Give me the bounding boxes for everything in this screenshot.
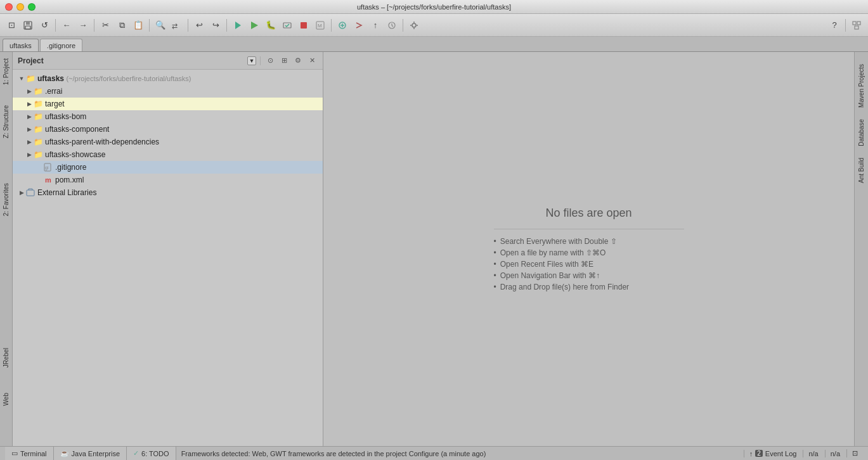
todo-icon: ✓ — [133, 449, 139, 457]
status-na-1: n/a — [803, 450, 823, 457]
toolbar-run[interactable] — [247, 18, 262, 33]
status-tab-todo[interactable]: ✓ 6: TODO — [127, 447, 176, 460]
toolbar-coverage[interactable] — [280, 18, 295, 33]
toolbar-settings[interactable] — [406, 18, 422, 33]
toolbar-cut[interactable]: ✂ — [98, 18, 113, 33]
file-tree: ▼ 📁 uftasks (~/projects/forks/uberfire-t… — [13, 70, 323, 446]
tree-item-pomxml[interactable]: ▶ m pom.xml — [13, 174, 323, 186]
status-tab-terminal[interactable]: ▭ Terminal — [5, 447, 54, 460]
tree-root[interactable]: ▼ 📁 uftasks (~/projects/forks/uberfire-t… — [13, 72, 323, 85]
terminal-icon: ▭ — [11, 449, 18, 457]
tree-item-parent[interactable]: ▶ 📁 uftasks-parent-with-dependencies — [13, 136, 323, 148]
tree-errai-icon: 📁 — [33, 86, 43, 96]
right-tab-ant[interactable]: Ant Build — [855, 152, 867, 189]
right-tab-maven[interactable]: Maven Projects — [855, 58, 867, 113]
toolbar-copy[interactable]: ⧉ — [114, 18, 129, 33]
right-vertical-strip: Maven Projects Database Ant Build — [854, 52, 868, 446]
toolbar-help[interactable]: ? — [827, 18, 842, 33]
toolbar-back[interactable]: ← — [59, 18, 74, 33]
project-tab-gitignore[interactable]: .gitignore — [40, 39, 82, 51]
java-enterprise-icon: ☕ — [60, 449, 69, 457]
toolbar-vcs-commit[interactable] — [351, 18, 366, 33]
svg-text:gi: gi — [45, 165, 49, 170]
toolbar-redo[interactable]: ↪ — [208, 18, 223, 33]
status-tab-java-label: Java Enterprise — [72, 450, 120, 457]
tree-target-label: target — [45, 99, 65, 108]
toolbar-forward[interactable]: → — [75, 18, 91, 33]
toolbar-new-project[interactable]: ⊡ — [4, 18, 19, 33]
hint-text-2: Open Recent Files with ⌘E — [500, 260, 593, 269]
toolbar-stop[interactable] — [296, 18, 311, 33]
toolbar-save[interactable] — [20, 18, 36, 33]
toolbar-undo[interactable]: ↩ — [191, 18, 207, 33]
sidebar-locate-btn[interactable]: ⊙ — [264, 55, 276, 67]
window-title: uftasks – [~/projects/forks/uberfire-tut… — [357, 3, 511, 11]
sidebar-item-favorites[interactable]: 2: Favorites — [1, 181, 11, 219]
toolbar-build[interactable] — [230, 18, 245, 33]
svg-rect-1 — [26, 22, 30, 25]
tree-pomxml-label: pom.xml — [55, 176, 84, 184]
tree-root-arrow: ▼ — [18, 75, 25, 82]
toolbar: ⊡ ↺ ← → ✂ ⧉ 📋 🔍 ⇄ ↩ ↪ 🐛 M ↑ ? — [0, 14, 868, 37]
toolbar-vcs-update[interactable] — [335, 18, 350, 33]
project-tab-uftasks[interactable]: uftasks — [3, 39, 39, 51]
minimize-button[interactable] — [16, 3, 24, 11]
sidebar-item-project[interactable]: 1: Project — [1, 54, 11, 89]
toolbar-paste[interactable]: 📋 — [131, 18, 146, 33]
tree-showcase-label: uftasks-showcase — [45, 150, 105, 159]
status-tab-todo-label: 6: TODO — [141, 450, 169, 457]
toolbar-find[interactable]: 🔍 — [153, 18, 168, 33]
tab-bar: uftasks .gitignore — [0, 37, 868, 52]
sidebar-expand-btn[interactable]: ⊞ — [278, 55, 290, 67]
tree-item-external-libs[interactable]: ▶ External Libraries — [13, 186, 323, 199]
maximize-button[interactable] — [28, 3, 36, 11]
close-button[interactable] — [5, 3, 13, 11]
tree-item-component[interactable]: ▶ 📁 uftasks-component — [13, 123, 323, 136]
status-tab-java-enterprise[interactable]: ☕ Java Enterprise — [54, 447, 127, 460]
tree-item-gitignore[interactable]: ▶ gi .gitignore — [13, 161, 323, 174]
tree-item-errai[interactable]: ▶ 📁 .errai — [13, 85, 323, 98]
tree-errai-label: .errai — [45, 87, 62, 96]
sidebar-title: Project — [18, 56, 245, 65]
sidebar-item-web[interactable]: Web — [0, 390, 12, 408]
hint-line-1: • Open a file by name with ⇧⌘O — [494, 248, 606, 257]
svg-point-12 — [412, 23, 416, 27]
sidebar-close-btn[interactable]: ✕ — [306, 55, 318, 67]
event-log-btn[interactable]: ↑ 2 Event Log — [744, 450, 802, 457]
tree-bom-arrow: ▶ — [25, 113, 33, 120]
right-tab-database[interactable]: Database — [855, 113, 867, 152]
tree-parent-arrow: ▶ — [25, 138, 33, 146]
project-tab-gitignore-label: .gitignore — [47, 42, 75, 49]
hint-line-0: • Search Everywhere with Double ⇧ — [494, 237, 617, 246]
hint-line-4: • Drag and Drop file(s) here from Finder — [494, 283, 630, 291]
sidebar-item-jrebel[interactable]: JRebel — [0, 345, 12, 370]
status-right: ↑ 2 Event Log n/a n/a ⊡ — [744, 449, 863, 457]
main-area: 1: Project Z: Structure 2: Favorites JRe… — [0, 52, 868, 446]
sidebar-dropdown-btn[interactable]: ▼ — [247, 56, 256, 65]
tree-item-bom[interactable]: ▶ 📁 uftasks-bom — [13, 110, 323, 123]
toolbar-separator-2 — [94, 19, 94, 32]
svg-rect-18 — [27, 190, 34, 196]
hint-line-3: • Open Navigation Bar with ⌘↑ — [494, 271, 600, 280]
content-area: No files are open • Search Everywhere wi… — [323, 52, 854, 446]
toolbar-synchronize[interactable]: ↺ — [37, 18, 52, 33]
tree-pom-icon: m — [43, 175, 53, 185]
sidebar-settings-btn[interactable]: ⚙ — [292, 55, 304, 67]
toolbar-maven[interactable]: M — [313, 18, 328, 33]
layout-icon: ⊡ — [852, 449, 858, 457]
sidebar-item-zstructure[interactable]: Z: Structure — [1, 103, 11, 141]
toolbar-project-structure[interactable] — [849, 18, 864, 33]
toolbar-debug[interactable]: 🐛 — [263, 18, 278, 33]
tree-item-target[interactable]: ▶ 📁 target — [13, 98, 323, 110]
status-layout-btn[interactable]: ⊡ — [846, 449, 863, 457]
toolbar-separator-7 — [403, 19, 403, 32]
svg-rect-7 — [301, 22, 307, 29]
sidebar-header: Project ▼ ⊙ ⊞ ⚙ ✕ — [13, 52, 323, 70]
tree-item-showcase[interactable]: ▶ 📁 uftasks-showcase — [13, 148, 323, 161]
toolbar-replace[interactable]: ⇄ — [169, 18, 185, 33]
status-message: Frameworks detected: Web, GWT frameworks… — [176, 450, 744, 457]
toolbar-vcs-history[interactable] — [384, 18, 399, 33]
toolbar-vcs-push[interactable]: ↑ — [368, 18, 383, 33]
status-na-2: n/a — [825, 450, 845, 457]
svg-marker-4 — [235, 22, 241, 29]
